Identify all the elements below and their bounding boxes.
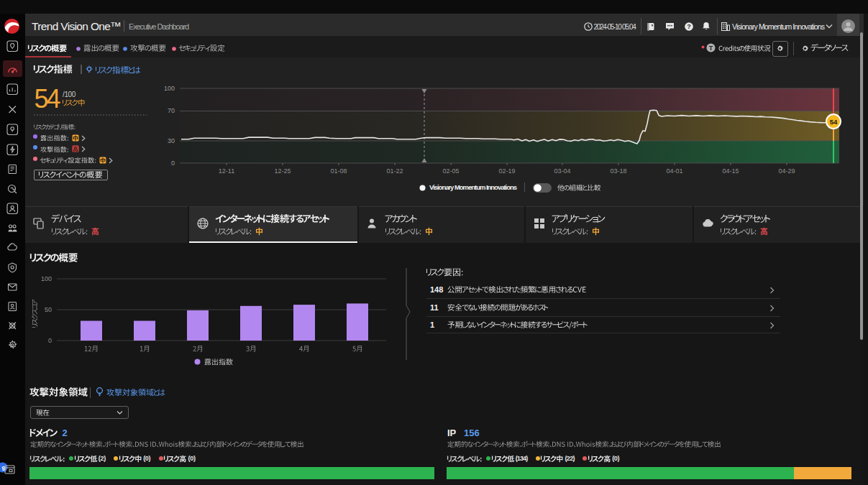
svg-text:?: ? <box>687 23 691 30</box>
svg-text:9: 9 <box>1 465 5 472</box>
svg-text:54: 54 <box>830 118 838 126</box>
svg-text:T: T <box>709 45 713 52</box>
